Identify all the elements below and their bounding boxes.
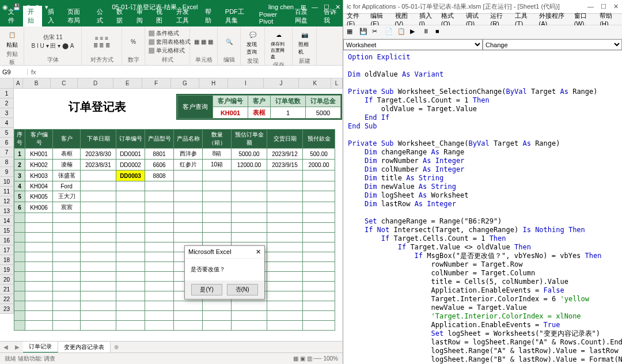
- reset-icon[interactable]: ■: [435, 28, 445, 37]
- table-cell[interactable]: [116, 233, 145, 242]
- msgbox-no-button[interactable]: 否(N): [227, 284, 258, 295]
- row-header[interactable]: 1: [0, 89, 14, 98]
- table-cell[interactable]: [116, 181, 145, 191]
- table-cell[interactable]: [232, 321, 267, 331]
- row-header[interactable]: 13: [0, 206, 14, 216]
- column-header[interactable]: F: [142, 78, 171, 88]
- table-cell[interactable]: [116, 311, 145, 321]
- undo-icon[interactable]: ↶: [25, 3, 31, 11]
- table-cell[interactable]: KH003: [25, 170, 53, 181]
- table-cell[interactable]: [14, 301, 25, 311]
- sheet-nav-next-icon[interactable]: ▶: [12, 344, 23, 350]
- table-header[interactable]: 预付款金: [303, 130, 335, 149]
- table-cell[interactable]: [232, 170, 267, 181]
- table-cell[interactable]: 10箱: [203, 160, 232, 170]
- table-cell[interactable]: KH001: [25, 149, 53, 160]
- table-cell[interactable]: [81, 321, 116, 331]
- table-header[interactable]: 产品型号: [145, 130, 174, 149]
- table-cell[interactable]: [303, 202, 335, 213]
- table-cell[interactable]: 表框: [53, 149, 81, 160]
- table-cell[interactable]: [116, 191, 145, 202]
- table-cell[interactable]: [145, 223, 174, 233]
- table-cell[interactable]: KH004: [25, 181, 53, 191]
- table-cell[interactable]: [174, 181, 203, 191]
- ribbon-tab[interactable]: 页面布局: [63, 6, 91, 26]
- vba-menu-item[interactable]: 插入(I): [419, 12, 435, 27]
- table-cell[interactable]: [81, 301, 116, 311]
- vba-menu-item[interactable]: 工具(T): [515, 12, 533, 27]
- table-cell[interactable]: [267, 233, 303, 242]
- table-cell[interactable]: [267, 213, 303, 223]
- table-cell[interactable]: [53, 301, 81, 311]
- row-header[interactable]: 5: [0, 128, 14, 138]
- table-cell[interactable]: [81, 282, 116, 291]
- table-cell[interactable]: [145, 262, 174, 272]
- cell-styles[interactable]: ▦ 单元格样式: [149, 47, 185, 55]
- name-box[interactable]: G9: [0, 69, 28, 75]
- table-cell[interactable]: [81, 213, 116, 223]
- number-format[interactable]: %: [126, 28, 141, 56]
- table-cell[interactable]: 8箱: [203, 149, 232, 160]
- vba-menu-item[interactable]: 编辑(E): [370, 12, 389, 27]
- table-cell[interactable]: [25, 321, 53, 331]
- table-cell[interactable]: [303, 262, 335, 272]
- table-cell[interactable]: [203, 233, 232, 242]
- row-header[interactable]: 23: [0, 304, 14, 314]
- ribbon-tab[interactable]: PDF工具集: [221, 6, 253, 26]
- column-header[interactable]: J: [264, 78, 299, 88]
- table-cell[interactable]: [25, 311, 53, 321]
- table-cell[interactable]: 2023/9/12: [267, 149, 303, 160]
- table-cell[interactable]: [267, 202, 303, 213]
- row-header[interactable]: 21: [0, 285, 14, 294]
- table-cell[interactable]: [232, 311, 267, 321]
- row-header[interactable]: 11: [0, 187, 14, 196]
- vba-menu-item[interactable]: 外接程序(A): [539, 12, 568, 27]
- table-cell[interactable]: [81, 181, 116, 191]
- row-header[interactable]: 19: [0, 265, 14, 275]
- table-cell[interactable]: 2: [14, 160, 25, 170]
- table-cell[interactable]: [303, 223, 335, 233]
- table-cell[interactable]: [145, 272, 174, 282]
- column-header[interactable]: H: [199, 78, 228, 88]
- table-cell[interactable]: [203, 311, 232, 321]
- table-cell[interactable]: [267, 223, 303, 233]
- camera-button[interactable]: 📷照相机: [296, 28, 313, 57]
- table-cell[interactable]: [303, 170, 335, 181]
- table-cell[interactable]: 1: [14, 149, 25, 160]
- row-header[interactable]: 15: [0, 226, 14, 236]
- column-header[interactable]: K: [299, 78, 331, 88]
- column-header[interactable]: D: [78, 78, 113, 88]
- row-header[interactable]: 12: [0, 196, 14, 206]
- table-header[interactable]: 序号: [14, 130, 25, 149]
- spreadsheet-grid[interactable]: ABCDEFGHIJKL 123456789101112131415161718…: [0, 78, 343, 341]
- row-header[interactable]: 4: [0, 118, 14, 128]
- table-cell[interactable]: 5: [14, 191, 25, 202]
- ribbon-tab[interactable]: Power Pivot: [255, 9, 289, 26]
- table-cell[interactable]: [232, 181, 267, 191]
- table-cell[interactable]: [116, 262, 145, 272]
- row-header[interactable]: 6: [0, 138, 14, 147]
- table-cell[interactable]: [174, 311, 203, 321]
- table-cell[interactable]: [267, 181, 303, 191]
- copy-icon[interactable]: 📄: [385, 28, 394, 37]
- table-cell[interactable]: [267, 191, 303, 202]
- table-cell[interactable]: [303, 233, 335, 242]
- table-header[interactable]: 交货日期: [267, 130, 303, 149]
- table-header[interactable]: 产品名称: [174, 130, 203, 149]
- table-cell[interactable]: [203, 321, 232, 331]
- vba-menu-item[interactable]: 调试(D): [466, 12, 485, 27]
- table-cell[interactable]: [174, 202, 203, 213]
- table-cell[interactable]: [81, 272, 116, 282]
- table-cell[interactable]: 3: [14, 170, 25, 181]
- column-header[interactable]: B: [23, 78, 51, 88]
- table-cell[interactable]: [203, 181, 232, 191]
- table-cell[interactable]: [174, 301, 203, 311]
- vba-menu-item[interactable]: 帮助(H): [600, 12, 619, 27]
- msgbox-close-icon[interactable]: ✕: [256, 248, 261, 256]
- cut-icon[interactable]: ✂: [372, 28, 381, 37]
- table-cell[interactable]: Ford: [53, 181, 81, 191]
- table-cell[interactable]: [232, 191, 267, 202]
- font-name-selector[interactable]: 仿宋: [43, 34, 55, 40]
- table-cell[interactable]: [25, 301, 53, 311]
- row-header[interactable]: 10: [0, 177, 14, 187]
